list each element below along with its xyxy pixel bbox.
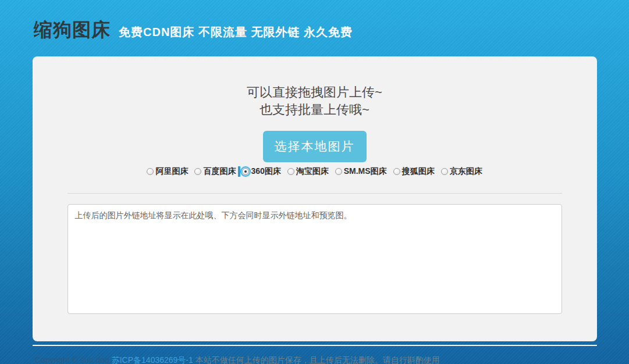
footer: Copyright © suo.dog 苏ICP备14036269号-1 本站不… <box>35 355 629 364</box>
radio-unchecked-icon[interactable] <box>194 168 201 175</box>
page-subtitle: 免费CDN图床 不限流量 无限外链 永久免费 <box>119 24 353 40</box>
provider-label: 360图床 <box>251 166 280 177</box>
radio-unchecked-icon[interactable] <box>441 168 448 175</box>
provider-label: 搜狐图床 <box>402 166 435 177</box>
page: { "header": { "title": "缩狗图床", "subtitle… <box>0 0 629 364</box>
footer-divider <box>33 345 597 346</box>
provider-label: SM.MS图床 <box>344 166 387 177</box>
radio-unchecked-icon[interactable] <box>335 168 342 175</box>
provider-label: 百度图床 <box>203 166 236 177</box>
upload-hint-line2: 也支持批量上传哦~ <box>33 101 597 119</box>
icp-link[interactable]: 苏ICP备14036269号-1 <box>112 355 193 364</box>
result-divider <box>67 193 562 194</box>
page-title: 缩狗图床 <box>34 17 111 43</box>
header: 缩狗图床 免费CDN图床 不限流量 无限外链 永久免费 <box>0 0 629 56</box>
provider-option-1[interactable]: 阿里图床 <box>147 166 188 177</box>
radio-unchecked-icon[interactable] <box>393 168 400 175</box>
provider-option-7[interactable]: 京东图床 <box>441 166 482 177</box>
radio-checked-icon[interactable] <box>242 168 249 175</box>
copyright-text: Copyright © suo.dog <box>35 355 112 364</box>
provider-option-4[interactable]: 淘宝图床 <box>287 166 329 177</box>
disclaimer-text: 本站不做任何上传的图片保存，且上传后无法删除。请自行斟酌使用 <box>193 355 440 364</box>
upload-hint-line1: 可以直接拖拽图片上传~ <box>33 84 597 101</box>
provider-option-6[interactable]: 搜狐图床 <box>393 166 435 177</box>
provider-label: 京东图床 <box>450 166 482 177</box>
radio-unchecked-icon[interactable] <box>147 168 154 175</box>
provider-option-2[interactable]: 百度图床 <box>194 166 236 177</box>
provider-label: 阿里图床 <box>155 166 188 177</box>
radio-unchecked-icon[interactable] <box>287 168 294 175</box>
result-textarea[interactable] <box>67 204 562 314</box>
provider-radio-group: 阿里图床百度图床360图床淘宝图床SM.MS图床搜狐图床京东图床 <box>33 166 597 177</box>
provider-option-5[interactable]: SM.MS图床 <box>335 166 387 177</box>
provider-label: 淘宝图床 <box>296 166 329 177</box>
provider-option-3[interactable]: 360图床 <box>242 166 280 177</box>
upload-card: 可以直接拖拽图片上传~ 也支持批量上传哦~ 选择本地图片 阿里图床百度图床360… <box>33 56 597 341</box>
choose-local-image-button[interactable]: 选择本地图片 <box>263 131 367 162</box>
